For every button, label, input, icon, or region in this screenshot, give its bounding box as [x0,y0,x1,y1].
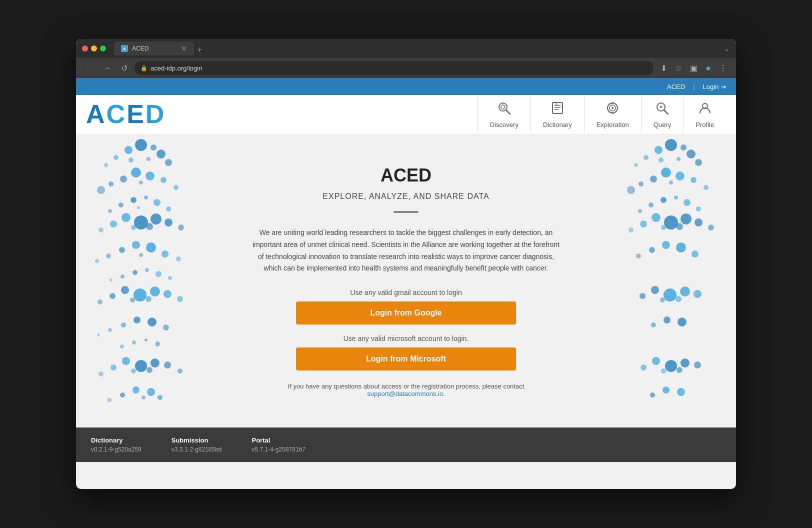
contact-email-link[interactable]: support@datacommons.io [367,390,443,398]
nav-item-profile[interactable]: Profile [683,96,726,134]
logo-letter-c: C [106,100,127,128]
address-bar[interactable]: 🔒 aced-idp.org/login [134,61,654,75]
svg-point-155 [677,388,685,396]
svg-point-32 [97,186,105,194]
svg-point-50 [146,223,153,230]
logo-letter-e: E [126,100,146,128]
svg-point-22 [156,150,166,158]
svg-point-137 [651,286,659,294]
nav-item-exploration[interactable]: Exploration [584,96,641,134]
nav-label-profile: Profile [696,121,714,128]
footer-portal-title: Portal [252,436,306,444]
svg-point-143 [664,316,670,324]
svg-point-54 [106,254,111,258]
download-button[interactable]: ⬇ [658,62,670,75]
svg-point-133 [676,242,686,252]
svg-point-104 [634,163,638,167]
footer-portal-version: v5.7.1-4-g258781b7 [252,446,306,453]
svg-point-42 [134,216,148,230]
toolbar-actions: ⬇ ☆ ▣ ● ⋮ [658,61,730,76]
site-navigation: Discovery Az Dictionary [478,96,726,134]
svg-point-93 [132,386,140,394]
svg-point-116 [660,197,666,203]
svg-point-52 [119,247,125,253]
svg-point-111 [638,182,644,186]
svg-point-77 [108,328,112,332]
dna-decoration-right [606,135,736,428]
close-button[interactable] [82,46,88,52]
svg-point-75 [121,322,126,328]
nav-item-discovery[interactable]: Discovery [478,96,530,134]
svg-point-45 [110,220,117,228]
svg-point-90 [178,368,182,374]
site-logo[interactable]: ACED [86,101,478,128]
minimize-button[interactable] [91,46,97,52]
discovery-icon [497,101,511,118]
svg-point-97 [108,398,112,402]
active-tab[interactable]: A ACED ✕ [114,42,194,56]
menu-button[interactable]: ⋮ [716,62,730,75]
forward-button[interactable]: → [100,62,114,74]
nav-item-query[interactable]: Query [641,96,683,134]
top-banner: ACED | Login ⇥ [76,78,736,95]
svg-point-36 [144,196,148,200]
svg-point-81 [144,338,148,342]
tab-close-button[interactable]: ✕ [181,44,187,52]
banner-divider: | [693,83,694,90]
svg-line-14 [664,110,668,114]
microsoft-login-button[interactable]: Login from Microsoft [296,348,516,370]
maximize-button[interactable] [100,46,106,52]
svg-point-145 [678,318,686,326]
banner-login-button[interactable]: Login ⇥ [703,83,726,90]
profile-circle[interactable]: ● [702,61,714,76]
svg-point-102 [644,155,648,160]
svg-point-144 [651,322,656,328]
svg-point-10 [612,107,614,109]
tab-favicon: A [121,45,128,52]
svg-point-48 [178,224,184,230]
footer-submission: Submission v3.3.1-2-g82185bd [172,436,222,453]
svg-point-135 [692,250,698,258]
svg-point-150 [694,362,701,368]
google-login-section: Use any valid gmail account to login Log… [251,288,561,324]
svg-point-148 [680,358,690,368]
svg-point-139 [640,293,646,299]
svg-point-126 [694,218,702,226]
svg-point-70 [98,300,102,304]
svg-point-39 [108,209,112,213]
svg-point-20 [150,144,156,150]
profile-icon [698,101,712,118]
svg-point-132 [649,247,655,253]
svg-point-124 [680,214,692,224]
url-text: aced-idp.org/login [150,64,202,72]
svg-point-38 [154,199,160,206]
svg-point-82 [120,344,124,348]
svg-point-21 [114,155,118,160]
nav-label-discovery: Discovery [490,121,518,128]
nav-item-dictionary[interactable]: Az Dictionary [530,96,584,134]
refresh-button[interactable]: ↺ [118,62,130,75]
google-login-button[interactable]: Login from Google [296,302,516,324]
svg-point-43 [122,213,130,222]
new-tab-button[interactable]: + [197,45,202,56]
svg-point-86 [150,358,160,368]
footer-submission-version: v3.3.1-2-g82185bd [172,446,222,453]
back-button[interactable]: ← [82,62,96,74]
svg-point-63 [110,278,112,282]
svg-point-78 [163,324,169,330]
contact-prefix: If you have any questions about access o… [288,382,524,390]
svg-point-76 [148,318,156,326]
bookmark-button[interactable]: ☆ [672,62,685,75]
tab-menu-button[interactable]: ⌄ [724,44,730,52]
nav-label-query: Query [654,121,671,128]
svg-point-106 [658,158,664,162]
svg-point-73 [146,296,152,302]
svg-point-19 [124,146,132,154]
banner-site-name[interactable]: ACED [667,83,685,90]
sidebar-button[interactable]: ▣ [687,62,700,75]
svg-point-30 [108,182,114,186]
svg-point-40 [166,206,171,212]
svg-point-114 [704,185,708,190]
traffic-lights [82,46,106,52]
svg-point-100 [654,146,662,154]
